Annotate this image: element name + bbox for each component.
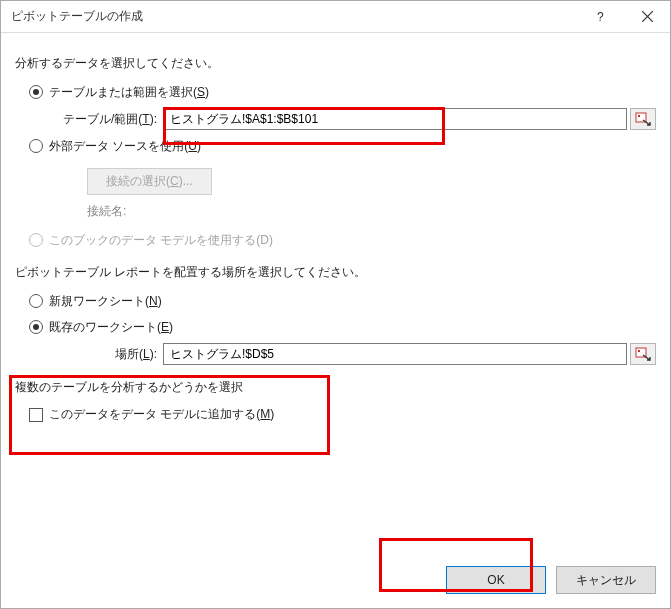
dialog-button-row: OK キャンセル [446,566,656,594]
window-title: ピボットテーブルの作成 [1,8,578,25]
choose-connection-button: 接続の選択(C)... [87,168,212,195]
close-icon [642,11,653,22]
location-input[interactable] [163,343,627,365]
section-multi-label: 複数のテーブルを分析するかどうかを選択 [15,379,656,396]
titlebar: ピボットテーブルの作成 ? [1,1,670,33]
range-picker-button[interactable] [630,108,656,130]
section-analyze-label: 分析するデータを選択してください。 [15,55,656,72]
radio-icon [29,320,43,334]
table-range-label: テーブル/範囲(T): [45,111,163,128]
checkbox-add-model-label: このデータをデータ モデルに追加する(M) [49,406,274,423]
checkbox-icon [29,408,43,422]
dialog-body: 分析するデータを選択してください。 テーブルまたは範囲を選択(S) テーブル/範… [1,33,670,608]
radio-table-range-label: テーブルまたは範囲を選択(S) [49,84,209,101]
radio-external-label: 外部データ ソースを使用(U) [49,138,201,155]
section-place-label: ピボットテーブル レポートを配置する場所を選択してください。 [15,264,656,281]
svg-rect-6 [638,350,640,352]
cancel-button[interactable]: キャンセル [556,566,656,594]
close-button[interactable] [624,1,670,33]
radio-table-or-range[interactable]: テーブルまたは範囲を選択(S) [29,82,656,102]
location-label: 場所(L): [45,346,163,363]
radio-new-ws-label: 新規ワークシート(N) [49,293,162,310]
radio-use-data-model: このブックのデータ モデルを使用する(D) [29,230,656,250]
dialog-window: ピボットテーブルの作成 ? 分析するデータを選択してください。 テーブルまたは範… [0,0,671,609]
range-picker-button[interactable] [630,343,656,365]
ok-button[interactable]: OK [446,566,546,594]
table-range-input[interactable] [163,108,627,130]
range-picker-icon [635,347,651,361]
svg-text:?: ? [597,11,604,23]
svg-rect-4 [638,115,640,117]
connection-name-label: 接続名: [87,203,656,220]
radio-icon [29,85,43,99]
radio-icon [29,294,43,308]
radio-icon [29,139,43,153]
radio-datamodel-label: このブックのデータ モデルを使用する(D) [49,232,273,249]
table-range-field-row: テーブル/範囲(T): [45,108,656,130]
radio-existing-worksheet[interactable]: 既存のワークシート(E) [29,317,656,337]
radio-existing-ws-label: 既存のワークシート(E) [49,319,173,336]
location-field-row: 場所(L): [45,343,656,365]
help-icon: ? [595,11,607,23]
radio-icon [29,233,43,247]
radio-external-source[interactable]: 外部データ ソースを使用(U) [29,136,656,156]
range-picker-icon [635,112,651,126]
checkbox-add-to-model[interactable]: このデータをデータ モデルに追加する(M) [29,406,656,423]
radio-new-worksheet[interactable]: 新規ワークシート(N) [29,291,656,311]
help-button[interactable]: ? [578,1,624,33]
